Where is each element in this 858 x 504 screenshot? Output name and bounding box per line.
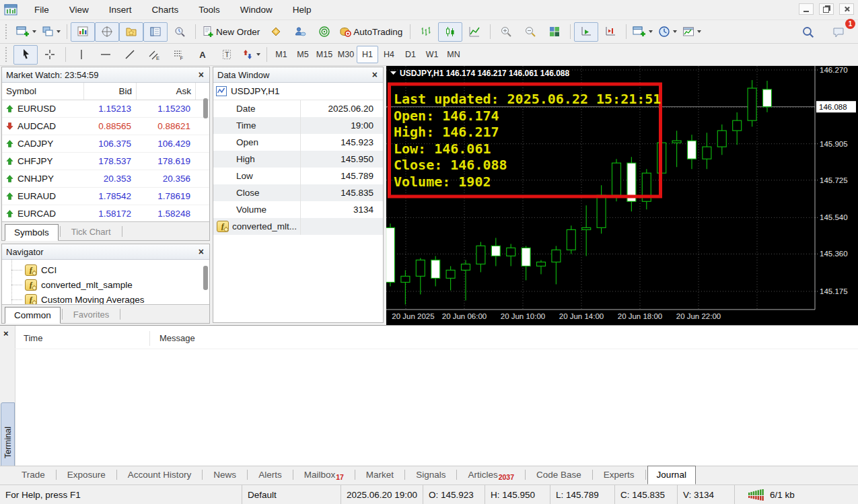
table-row-cadjpy[interactable]: CADJPY106.375106.429 xyxy=(2,135,209,153)
zoom-out-button[interactable] xyxy=(518,22,542,42)
strategy-tester-toggle[interactable] xyxy=(168,22,192,42)
restore-button[interactable] xyxy=(819,3,834,15)
menu-window[interactable]: Window xyxy=(230,0,283,20)
periods-button[interactable] xyxy=(655,22,680,42)
tab-articles[interactable]: Articles2037 xyxy=(458,466,524,484)
timeframe-m30[interactable]: M30 xyxy=(335,46,357,63)
auto-scroll-button[interactable] xyxy=(574,22,598,42)
column-message[interactable]: Message xyxy=(159,333,195,343)
bid-cell: 106.375 xyxy=(84,139,137,149)
community-button[interactable] xyxy=(288,22,312,42)
data-window-toggle[interactable] xyxy=(95,22,119,42)
tab-mailbox[interactable]: Mailbox17 xyxy=(295,466,353,484)
vertical-line-tool[interactable] xyxy=(69,45,94,65)
text-tool[interactable]: A xyxy=(190,45,215,65)
terminal-toggle[interactable] xyxy=(143,22,168,42)
menu-help[interactable]: Help xyxy=(283,0,322,20)
tab-journal[interactable]: Journal xyxy=(647,466,696,484)
indicators-button[interactable] xyxy=(630,22,655,42)
horizontal-line-tool[interactable] xyxy=(94,45,118,65)
column-divider[interactable] xyxy=(149,331,150,346)
menu-tools[interactable]: Tools xyxy=(188,0,230,20)
tree-item-custom-moving-averages[interactable]: ƒCustom Moving Averages xyxy=(2,292,209,305)
fibonacci-tool[interactable]: F xyxy=(166,45,190,65)
timeframe-m1[interactable]: M1 xyxy=(271,46,292,63)
bar-chart-button[interactable] xyxy=(414,22,438,42)
market-watch-scrollbar[interactable] xyxy=(203,98,208,118)
new-order-button[interactable]: New Order xyxy=(199,22,264,42)
notifications-button[interactable]: 1 xyxy=(827,22,851,42)
table-row-cnhjpy[interactable]: CNHJPY20.35320.356 xyxy=(2,170,209,188)
cursor-tool[interactable] xyxy=(13,45,38,65)
table-row-eurusd[interactable]: EURUSD1.152131.15230 xyxy=(2,100,209,118)
table-row-chfjpy[interactable]: CHFJPY178.537178.619 xyxy=(2,153,209,170)
indicator-label: ƒconverted_mlt... xyxy=(213,218,301,235)
table-row-audcad[interactable]: AUDCAD0.885650.88621 xyxy=(2,118,209,135)
metaeditor-button[interactable] xyxy=(264,22,288,42)
chart-shift-button[interactable] xyxy=(598,22,622,42)
menu-file[interactable]: File xyxy=(24,0,59,20)
templates-button[interactable] xyxy=(680,22,704,42)
line-chart-button[interactable] xyxy=(462,22,487,42)
web-terminal-button[interactable] xyxy=(312,22,336,42)
arrow-up-icon xyxy=(6,175,13,182)
column-ask[interactable]: Ask xyxy=(137,83,196,100)
tab-favorites[interactable]: Favorites xyxy=(64,306,118,323)
profiles-button[interactable] xyxy=(39,22,63,42)
line-chart-icon xyxy=(468,26,480,38)
tab-market[interactable]: Market xyxy=(357,466,403,484)
tab-exposure[interactable]: Exposure xyxy=(58,466,115,484)
menu-charts[interactable]: Charts xyxy=(142,0,189,20)
terminal-close-icon[interactable]: × xyxy=(3,328,9,338)
column-bid[interactable]: Bid xyxy=(84,83,137,100)
tab-symbols[interactable]: Symbols xyxy=(5,224,59,241)
column-time[interactable]: Time xyxy=(24,333,42,343)
navigator-close-icon[interactable]: × xyxy=(197,247,205,256)
new-chart-button[interactable] xyxy=(13,22,39,42)
text-label-tool[interactable]: T xyxy=(215,45,239,65)
tab-trade[interactable]: Trade xyxy=(12,466,55,484)
table-row-euraud[interactable]: EURAUD1.785421.78619 xyxy=(2,188,209,205)
tab-signals[interactable]: Signals xyxy=(406,466,455,484)
zoom-in-button[interactable] xyxy=(494,22,518,42)
timeframe-w1[interactable]: W1 xyxy=(421,46,443,63)
tab-code-base[interactable]: Code Base xyxy=(527,466,591,484)
tree-item-cci[interactable]: ƒCCI xyxy=(2,262,209,277)
trendline-tool[interactable] xyxy=(118,45,142,65)
timeframe-h4[interactable]: H4 xyxy=(378,46,400,63)
timeframe-m5[interactable]: M5 xyxy=(292,46,314,63)
status-profile[interactable]: Default xyxy=(242,485,341,504)
tile-windows-button[interactable] xyxy=(542,22,567,42)
tab-account-history[interactable]: Account History xyxy=(118,466,201,484)
timeframe-h1[interactable]: H1 xyxy=(357,46,378,63)
market-watch-toggle[interactable] xyxy=(71,22,95,42)
arrows-tool[interactable] xyxy=(239,45,263,65)
market-watch-close-icon[interactable]: × xyxy=(197,70,205,79)
chart-window[interactable]: 146.270145.905145.725145.540145.360145.1… xyxy=(386,66,858,325)
crosshair-tool[interactable] xyxy=(38,45,62,65)
tab-common[interactable]: Common xyxy=(5,307,61,324)
timeframe-m15[interactable]: M15 xyxy=(314,46,335,63)
autotrading-button[interactable]: AutoTrading xyxy=(336,22,406,42)
tab-experts[interactable]: Experts xyxy=(594,466,644,484)
table-row-eurcad[interactable]: EURCAD1.581721.58248 xyxy=(2,205,209,223)
tree-item-converted-mlt-sample[interactable]: ƒconverted_mlt_sample xyxy=(2,277,209,292)
data-row-low: Low145.789 xyxy=(213,168,383,184)
timeframe-d1[interactable]: D1 xyxy=(400,46,421,63)
tab-tick-chart[interactable]: Tick Chart xyxy=(62,223,120,240)
navigator-scrollbar[interactable] xyxy=(203,266,208,290)
menu-insert[interactable]: Insert xyxy=(99,0,142,20)
svg-text:20 Jun 06:00: 20 Jun 06:00 xyxy=(442,312,487,320)
search-button[interactable] xyxy=(796,22,820,42)
timeframe-mn[interactable]: MN xyxy=(443,46,464,63)
column-symbol[interactable]: Symbol xyxy=(2,83,84,100)
equidistant-channel-tool[interactable]: E xyxy=(142,45,166,65)
minimize-button[interactable] xyxy=(799,3,814,15)
close-button[interactable] xyxy=(839,3,854,15)
tab-alerts[interactable]: Alerts xyxy=(249,466,291,484)
tab-news[interactable]: News xyxy=(204,466,246,484)
navigator-toggle[interactable] xyxy=(119,22,143,42)
data-window-close-icon[interactable]: × xyxy=(371,70,379,79)
menu-view[interactable]: View xyxy=(59,0,99,20)
candlestick-chart-button[interactable] xyxy=(438,22,462,42)
